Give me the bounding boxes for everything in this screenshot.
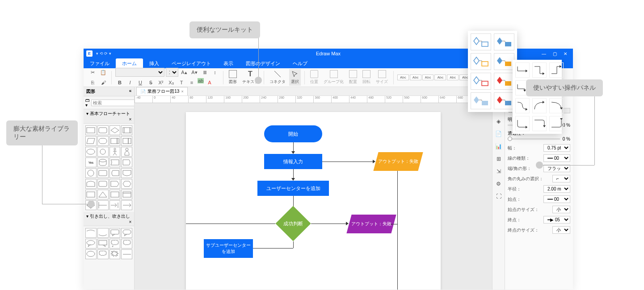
shape-item[interactable] [85,190,97,199]
shape-item[interactable] [97,228,109,238]
shape-item[interactable] [121,200,132,210]
flowchart-start-node[interactable]: 開始 [264,125,322,142]
shape-item[interactable] [85,136,97,146]
connector-style[interactable] [549,116,564,131]
shape-item[interactable] [109,168,121,178]
shape-item[interactable] [121,168,132,178]
shape-item[interactable] [85,147,97,157]
shape-item[interactable]: Yes [85,157,97,167]
menu-shape-design[interactable]: 図形のデザイン [240,58,286,68]
settings-icon[interactable]: ⚙ [495,180,503,188]
bold-button[interactable]: B [115,78,124,87]
select-tool-button[interactable]: 選択 [289,69,301,86]
shape-item[interactable] [85,239,97,249]
menu-home[interactable]: ホーム [116,58,143,68]
shape-item[interactable] [97,239,109,249]
font-color-button[interactable]: A [205,78,214,87]
shape-item[interactable] [121,249,132,259]
shape-item[interactable] [97,200,109,210]
connector-style[interactable] [515,116,530,131]
shape-item[interactable] [85,168,97,178]
shape-item[interactable] [85,179,97,189]
round-select[interactable]: ⌐ [552,175,570,182]
rotate-button[interactable]: 回転 [361,69,372,86]
fullscreen-icon[interactable]: ⛶ [495,192,503,200]
shape-preset[interactable] [494,92,514,109]
layers-icon[interactable]: ◈ [495,117,503,125]
section-callouts[interactable]: ▾ 引き出し、吹き出し × [84,212,134,226]
radius-select[interactable]: 2.00 mm [543,185,570,193]
shape-item[interactable] [109,157,121,167]
shape-preset[interactable] [494,33,514,50]
underline-button[interactable]: U [136,78,145,87]
shape-item[interactable] [109,136,121,146]
shape-item[interactable] [97,125,109,135]
shape-item[interactable] [97,147,109,157]
shape-item[interactable] [109,228,121,238]
bullets-button[interactable]: ≣ [200,68,209,77]
flowchart-process-node[interactable]: サブユーザーセンターを追加 [204,239,253,258]
shape-item[interactable] [85,125,97,135]
style-preset[interactable]: Abc [434,75,446,80]
shape-item[interactable] [121,228,132,238]
shape-preset[interactable] [471,73,491,90]
shape-item[interactable] [121,179,132,189]
shape-tool-button[interactable]: 図形 [227,69,239,86]
section-basic-flowchart[interactable]: ▾ 基本フローチャート × [84,109,134,124]
corner-select[interactable]: フラット [543,165,570,172]
flowchart-output-node[interactable]: アウトプット：失敗 [347,215,396,233]
shape-item[interactable] [109,179,121,189]
shape-item[interactable] [97,168,109,178]
shape-item[interactable] [97,157,109,167]
shape-preset[interactable] [471,92,491,109]
shape-item[interactable] [121,190,132,199]
style-preset[interactable]: Abc [447,75,459,80]
start-size-select[interactable]: 小 [552,206,570,213]
line-spacing-button[interactable]: ↕ [210,68,219,77]
line-type-select[interactable]: ━━ 00 [543,154,570,162]
group-button[interactable]: グループ化 [322,69,345,86]
end-size-select[interactable]: 小 [552,226,570,234]
shape-preset[interactable] [494,73,514,90]
connector-style[interactable] [515,98,530,113]
table-icon[interactable]: ⊞ [495,155,503,163]
shape-preset[interactable] [494,53,514,70]
connector-style[interactable] [549,62,564,78]
font-select[interactable] [115,68,164,77]
width-select[interactable]: 0.75 pt [543,144,570,152]
position-button[interactable]: 位置 [308,69,320,86]
shape-item[interactable] [109,125,121,135]
shape-item[interactable] [85,228,97,238]
shape-item[interactable] [121,136,132,146]
connector-tool-button[interactable]: コネクタ [268,69,287,86]
end-point-select[interactable]: ━▶ 05 [543,216,570,224]
menu-help[interactable]: ヘルプ [286,58,314,68]
italic-button[interactable]: I [126,78,135,87]
flowchart-process-node[interactable]: ユーザーセンターを追加 [257,181,329,196]
increase-font-button[interactable]: A▴ [180,68,189,77]
paste-button[interactable]: 📋 [99,68,108,77]
shape-item[interactable] [121,239,132,249]
text-button[interactable]: T [177,78,186,87]
shape-item[interactable] [109,249,121,259]
menu-insert[interactable]: 挿入 [143,58,165,68]
highlight-button[interactable]: ab [198,78,204,83]
subscript-button[interactable]: X₂ [167,78,176,87]
shape-item[interactable] [85,249,97,259]
flowchart-decision-node[interactable]: 成功判断 [276,206,311,241]
shape-item[interactable] [109,239,121,249]
shape-preset[interactable] [471,53,491,70]
shape-item[interactable] [121,157,132,167]
connector-style[interactable] [532,116,547,131]
minimize-button[interactable]: — [539,50,549,58]
shape-item[interactable] [97,190,109,199]
connector-style[interactable] [549,98,564,113]
copy-button[interactable]: ⎘ [88,78,97,87]
shape-item[interactable] [109,190,121,199]
close-tab-icon[interactable]: × [181,89,183,94]
transparency-slider[interactable] [508,138,560,140]
style-preset[interactable]: Abc [422,75,434,80]
flowchart-output-node[interactable]: アウトプット：失敗 [374,152,423,171]
superscript-button[interactable]: X² [156,78,165,87]
document-tab[interactable]: 📄 業務フロー図13 × [136,87,187,95]
